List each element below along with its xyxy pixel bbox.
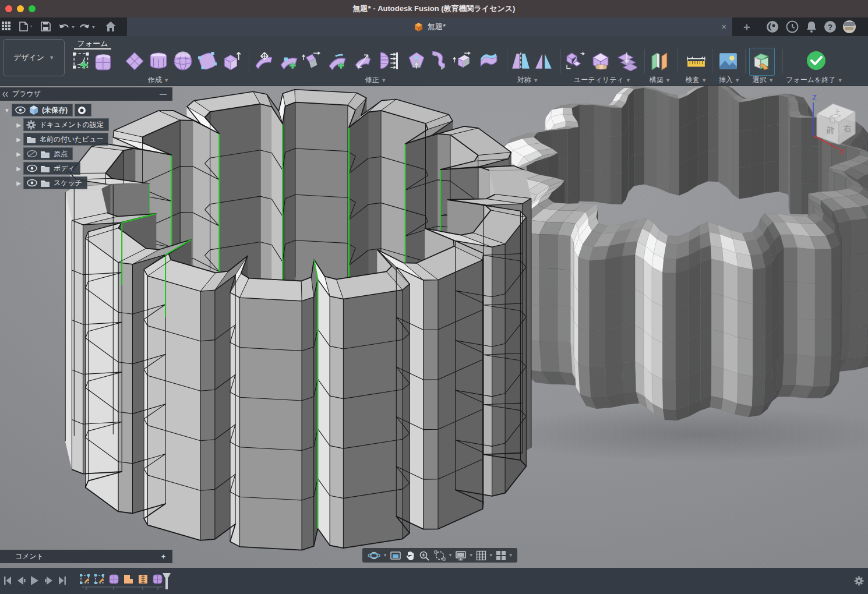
pull-icon[interactable] <box>378 51 398 71</box>
stitch-feature-icon[interactable] <box>137 574 149 585</box>
job-status-icon[interactable] <box>786 20 799 33</box>
bevel-edge-icon[interactable] <box>453 51 473 71</box>
group-select[interactable]: 選択 ▼ <box>753 75 774 85</box>
look-at-icon[interactable] <box>390 550 401 561</box>
group-modify[interactable]: 修正 ▼ <box>365 75 386 85</box>
skip-start-icon[interactable] <box>3 576 12 585</box>
display-settings-icon[interactable] <box>455 550 467 561</box>
visibility-eye-icon[interactable] <box>26 164 38 172</box>
browser-row-document[interactable]: ▼ (未保存) <box>2 104 91 116</box>
skip-end-icon[interactable] <box>58 576 66 585</box>
viewport-3d[interactable] <box>0 86 868 594</box>
group-symmetry[interactable]: 対称 ▼ <box>517 75 538 85</box>
save-icon[interactable] <box>41 22 51 31</box>
crease-icon[interactable] <box>327 51 347 71</box>
duplicate-icon[interactable] <box>566 51 585 71</box>
browser-row-named-views[interactable]: ▶ 名前の付いたビュー <box>14 133 108 146</box>
timeline-marker[interactable] <box>162 572 171 590</box>
plane-icon[interactable] <box>125 51 144 71</box>
browser-row-sketches[interactable]: ▶ スケッチ <box>14 176 87 189</box>
unweld-icon[interactable] <box>617 51 637 71</box>
box-icon[interactable] <box>94 51 114 71</box>
finish-form-label[interactable]: フォームを終了 ▼ <box>786 75 842 85</box>
tab-form[interactable]: フォーム <box>74 38 111 49</box>
view-cube[interactable]: Z X 前 右 上 <box>807 86 868 159</box>
chevron-right-icon[interactable]: ▶ <box>14 151 23 157</box>
browser-row-label: 原点 <box>54 149 68 159</box>
help-icon[interactable]: ? <box>824 20 837 33</box>
next-keyframe-icon[interactable] <box>44 576 54 585</box>
insert-point-icon[interactable] <box>279 51 299 71</box>
browser-row-origin[interactable]: ▶ 原点 <box>14 147 73 160</box>
extrude-icon[interactable] <box>222 51 242 71</box>
construct-plane-icon[interactable] <box>651 51 671 71</box>
settings-gear-icon[interactable] <box>854 576 864 586</box>
create-form-icon[interactable] <box>73 51 93 71</box>
visibility-eye-icon[interactable] <box>26 179 38 187</box>
new-document-icon[interactable] <box>19 22 33 31</box>
minimize-window-button[interactable] <box>17 5 24 12</box>
pan-icon[interactable] <box>405 550 415 561</box>
extensions-icon[interactable] <box>766 20 779 33</box>
face-icon[interactable] <box>197 51 217 71</box>
redo-icon[interactable] <box>79 22 96 31</box>
close-tab-icon[interactable]: × <box>721 22 726 31</box>
face-feature-icon[interactable] <box>123 574 134 585</box>
chevron-right-icon[interactable]: ▶ <box>14 180 23 186</box>
flatten-icon[interactable] <box>407 51 426 71</box>
browser-row-bodies[interactable]: ▶ ボディ <box>14 162 80 175</box>
chevron-right-icon[interactable]: ▶ <box>14 165 23 172</box>
chevron-right-icon[interactable]: ▶ <box>14 122 23 128</box>
zoom-icon[interactable] <box>419 550 431 561</box>
mirror-internal-icon[interactable] <box>511 51 531 71</box>
apps-grid-icon[interactable] <box>2 22 10 30</box>
cylinder-icon[interactable] <box>149 51 168 71</box>
home-icon[interactable] <box>105 21 117 32</box>
viewports-icon[interactable] <box>496 550 506 561</box>
zoom-window-button[interactable] <box>29 5 36 12</box>
prev-keyframe-icon[interactable] <box>16 576 26 585</box>
collapse-panel-icon[interactable] <box>2 91 8 97</box>
select-paint-icon[interactable] <box>752 51 772 71</box>
undo-icon[interactable] <box>58 22 76 31</box>
sphere-icon[interactable] <box>173 51 193 71</box>
browser-minimize[interactable]: — <box>160 90 167 98</box>
form-feature-icon[interactable] <box>108 574 119 585</box>
slide-edge-icon[interactable] <box>353 51 373 71</box>
add-comment-button[interactable]: + <box>161 553 165 561</box>
sketch-feature-icon[interactable] <box>79 574 90 585</box>
workspace-selector[interactable]: デザイン▼ <box>3 39 65 76</box>
group-create[interactable]: 作成 ▼ <box>148 75 169 85</box>
capture-position-icon[interactable] <box>77 106 86 115</box>
finish-form-icon[interactable] <box>806 50 827 71</box>
uncrease-icon[interactable] <box>430 51 450 71</box>
group-utilities[interactable]: ユーティリティ ▼ <box>574 75 631 85</box>
group-construct[interactable]: 構築 ▼ <box>650 75 671 85</box>
circular-internal-icon[interactable] <box>534 51 554 71</box>
insert-edge-icon[interactable] <box>302 51 322 71</box>
grid-icon[interactable] <box>476 550 486 561</box>
visibility-eye-icon[interactable] <box>15 106 26 114</box>
close-window-button[interactable] <box>5 5 12 12</box>
new-tab-button[interactable]: + <box>743 21 750 34</box>
group-inspect[interactable]: 検査 ▼ <box>686 75 707 85</box>
browser-row-settings[interactable]: ▶ ドキュメントの設定 <box>14 118 109 131</box>
chevron-down-icon[interactable]: ▼ <box>2 107 12 114</box>
notifications-icon[interactable] <box>805 20 818 33</box>
chevron-right-icon[interactable]: ▶ <box>14 136 23 143</box>
browser-panel-header[interactable]: ブラウザ — <box>0 87 172 101</box>
insert-image-icon[interactable] <box>718 51 738 71</box>
visibility-off-icon[interactable] <box>26 150 38 158</box>
sketch-feature-icon[interactable] <box>94 574 105 585</box>
match-icon[interactable] <box>479 51 499 71</box>
group-insert[interactable]: 挿入 ▼ <box>719 75 740 85</box>
merge-bodies-icon[interactable] <box>591 51 611 71</box>
avatar[interactable] <box>843 20 856 33</box>
comments-bar[interactable]: コメント + <box>0 550 172 563</box>
document-tab[interactable]: 無題* × <box>127 17 732 36</box>
orbit-icon[interactable] <box>368 550 380 561</box>
play-icon[interactable] <box>30 575 39 586</box>
measure-icon[interactable] <box>686 51 706 71</box>
fit-icon[interactable] <box>434 550 446 561</box>
edit-form-icon[interactable] <box>255 51 274 71</box>
